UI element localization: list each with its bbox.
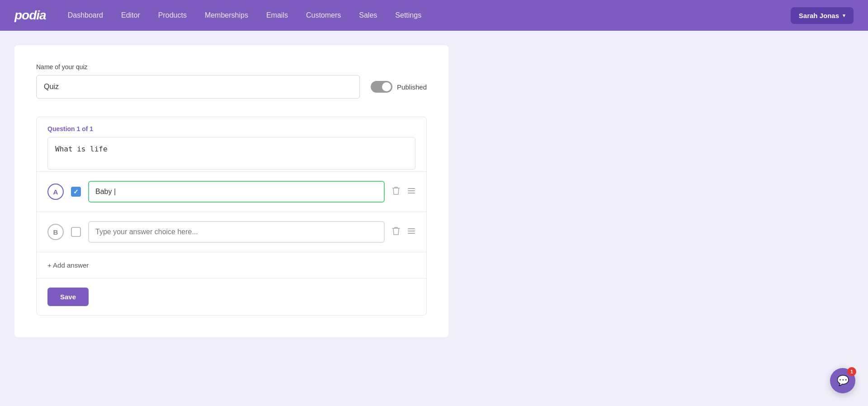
question-counter: Question 1 of 1 — [47, 125, 415, 132]
nav-editor[interactable]: Editor — [121, 11, 140, 19]
quiz-name-label: Name of your quiz — [36, 63, 427, 71]
answer-actions-b — [392, 227, 415, 238]
answer-checkbox-b[interactable] — [71, 227, 81, 237]
answer-section: A ✓ — [37, 171, 426, 315]
nav-memberships[interactable]: Memberships — [205, 11, 248, 19]
reorder-icon-a[interactable] — [407, 187, 415, 197]
checkmark-icon: ✓ — [73, 188, 79, 195]
published-row: Published — [371, 81, 427, 93]
add-answer-button[interactable]: + Add answer — [47, 261, 89, 269]
answer-row-b: B — [37, 212, 426, 252]
nav-settings[interactable]: Settings — [395, 11, 421, 19]
nav-customers[interactable]: Customers — [306, 11, 341, 19]
question-card: Question 1 of 1 What is life A ✓ — [36, 117, 427, 316]
chat-icon: 💬 — [837, 375, 849, 387]
save-button[interactable]: Save — [47, 288, 89, 306]
page-content: Name of your quiz Published Question 1 o… — [0, 31, 868, 337]
answer-actions-a — [392, 186, 415, 198]
user-menu-button[interactable]: Sarah Jonas ▾ — [791, 7, 854, 24]
nav-dashboard[interactable]: Dashboard — [68, 11, 103, 19]
question-header: Question 1 of 1 What is life — [37, 117, 426, 171]
nav-emails[interactable]: Emails — [266, 11, 288, 19]
quiz-name-input[interactable] — [36, 75, 360, 99]
reorder-icon-b[interactable] — [407, 227, 415, 237]
quiz-wrapper: Name of your quiz Published Question 1 o… — [14, 45, 448, 337]
published-toggle[interactable] — [371, 81, 392, 93]
published-label: Published — [397, 83, 427, 91]
chat-badge: 1 — [847, 367, 856, 376]
nav-products[interactable]: Products — [158, 11, 187, 19]
navbar: podia Dashboard Editor Products Membersh… — [0, 0, 868, 31]
answer-row-a: A ✓ — [37, 172, 426, 212]
answer-letter-b: B — [47, 224, 64, 240]
answer-input-a[interactable] — [88, 181, 385, 203]
delete-icon-a[interactable] — [392, 186, 400, 198]
user-name: Sarah Jonas — [799, 12, 839, 19]
quiz-name-row: Published — [36, 75, 427, 99]
save-row: Save — [37, 279, 426, 315]
answer-letter-a: A — [47, 184, 64, 200]
nav-links: Dashboard Editor Products Memberships Em… — [68, 11, 791, 19]
chevron-down-icon: ▾ — [843, 13, 845, 19]
answer-input-b[interactable] — [88, 221, 385, 243]
delete-icon-b[interactable] — [392, 227, 400, 238]
add-answer-row: + Add answer — [37, 252, 426, 279]
answer-checkbox-a[interactable]: ✓ — [71, 187, 81, 197]
add-answer-label: + Add answer — [47, 261, 89, 269]
nav-sales[interactable]: Sales — [359, 11, 377, 19]
logo: podia — [14, 8, 46, 23]
question-input[interactable]: What is life — [47, 137, 415, 170]
chat-bubble[interactable]: 💬 1 — [830, 368, 855, 393]
